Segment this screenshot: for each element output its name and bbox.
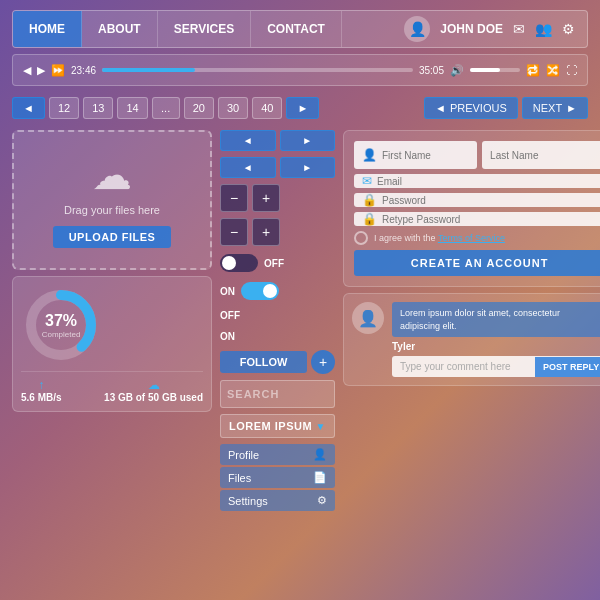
current-time: 23:46 bbox=[71, 65, 96, 76]
email-field: ✉ bbox=[354, 174, 600, 188]
terms-prefix: I agree with the bbox=[374, 233, 436, 243]
menu-profile-label: Profile bbox=[228, 449, 259, 461]
stats-main-row: 37% Completed bbox=[21, 285, 203, 365]
toggle-row-1: OFF bbox=[220, 254, 335, 272]
volume-bar[interactable] bbox=[470, 68, 520, 72]
next-btn-label[interactable]: NEXT ► bbox=[522, 97, 588, 119]
comment-section: 👤 Lorem ipsum dolor sit amet, consectetu… bbox=[343, 293, 600, 386]
password-input[interactable] bbox=[382, 195, 597, 206]
lock-icon: 🔒 bbox=[362, 193, 377, 207]
donut-percent: 37% bbox=[42, 312, 81, 330]
search-input[interactable] bbox=[221, 388, 335, 400]
shuffle-icon[interactable]: 🔀 bbox=[546, 64, 560, 77]
toggle-1[interactable] bbox=[220, 254, 258, 272]
comment-input[interactable] bbox=[392, 356, 535, 377]
terms-text: I agree with the Terms of Service bbox=[374, 233, 505, 243]
total-time: 35:05 bbox=[419, 65, 444, 76]
nav-home[interactable]: HOME bbox=[13, 11, 82, 47]
upload-button[interactable]: UPLOAD FILES bbox=[53, 226, 172, 248]
toggle-4-label: ON bbox=[220, 331, 235, 342]
repeat-icon[interactable]: 🔁 bbox=[526, 64, 540, 77]
page-40[interactable]: 40 bbox=[252, 97, 282, 119]
left-column: ☁ Drag your files here UPLOAD FILES 37% … bbox=[12, 130, 212, 511]
last-name-field bbox=[482, 141, 600, 169]
toggle-row-4: ON bbox=[220, 331, 335, 342]
nav-bar: HOME ABOUT SERVICES CONTACT 👤 JOHN DOE ✉… bbox=[12, 10, 588, 48]
minus-btn-2[interactable]: − bbox=[220, 218, 248, 246]
plus-btn-2[interactable]: + bbox=[252, 218, 280, 246]
retype-password-field: 🔒 bbox=[354, 212, 600, 226]
prev-btn-label[interactable]: ◄ PREVIOUS bbox=[424, 97, 518, 119]
settings-icon[interactable]: ⚙ bbox=[562, 21, 575, 37]
mail-icon[interactable]: ✉ bbox=[513, 21, 525, 37]
page-next-arrow[interactable]: ► bbox=[286, 97, 319, 119]
gear-icon: ⚙ bbox=[317, 494, 327, 507]
drag-text: Drag your files here bbox=[64, 204, 160, 216]
arrow-right-btn-2[interactable]: ► bbox=[280, 157, 336, 178]
arrow-right-btn[interactable]: ► bbox=[280, 130, 336, 151]
first-name-field: 👤 bbox=[354, 141, 477, 169]
users-icon[interactable]: 👥 bbox=[535, 21, 552, 37]
pm-row-1: − + bbox=[220, 184, 335, 212]
registration-form: 👤 ✉ 🔒 🔒 I agr bbox=[343, 130, 600, 287]
pagination-bar: ◄ 12 13 14 ... 20 30 40 ► ◄ PREVIOUS NEX… bbox=[12, 92, 588, 124]
toggle-2[interactable] bbox=[241, 282, 279, 300]
main-content: ☁ Drag your files here UPLOAD FILES 37% … bbox=[12, 130, 588, 511]
nav-about[interactable]: ABOUT bbox=[82, 11, 158, 47]
name-row: 👤 bbox=[354, 141, 600, 169]
user-icon: 👤 bbox=[362, 148, 377, 162]
next-label: NEXT bbox=[533, 102, 562, 114]
expand-icon[interactable]: ⛶ bbox=[566, 64, 577, 76]
page-13[interactable]: 13 bbox=[83, 97, 113, 119]
page-30[interactable]: 30 bbox=[218, 97, 248, 119]
menu-files-label: Files bbox=[228, 472, 251, 484]
add-follow-btn[interactable]: + bbox=[311, 350, 335, 374]
volume-icon[interactable]: 🔊 bbox=[450, 64, 464, 77]
middle-column: ◄ ► ◄ ► − + − + OFF ON OFF ON bbox=[220, 130, 335, 511]
files-icon: 📄 bbox=[313, 471, 327, 484]
play-btn[interactable]: ▶ bbox=[37, 64, 45, 77]
prev-btn[interactable]: ◀ bbox=[23, 64, 31, 77]
page-20[interactable]: 20 bbox=[184, 97, 214, 119]
seek-bar[interactable] bbox=[102, 68, 413, 72]
menu-item-settings[interactable]: Settings ⚙ bbox=[220, 490, 335, 511]
nav-services[interactable]: SERVICES bbox=[158, 11, 251, 47]
avatar: 👤 bbox=[404, 16, 430, 42]
follow-button[interactable]: FOLLOW bbox=[220, 351, 307, 373]
minus-btn-1[interactable]: − bbox=[220, 184, 248, 212]
toggle-2-label: ON bbox=[220, 286, 235, 297]
create-account-button[interactable]: CREATE AN ACCOUNT bbox=[354, 250, 600, 276]
last-name-input[interactable] bbox=[490, 150, 597, 161]
first-name-input[interactable] bbox=[382, 150, 469, 161]
donut-label: 37% Completed bbox=[42, 312, 81, 339]
page-prev-arrow[interactable]: ◄ bbox=[12, 97, 45, 119]
commenter-avatar: 👤 bbox=[352, 302, 384, 334]
page-14[interactable]: 14 bbox=[117, 97, 147, 119]
menu-item-profile[interactable]: Profile 👤 bbox=[220, 444, 335, 465]
pm-row-2: − + bbox=[220, 218, 335, 246]
terms-radio[interactable] bbox=[354, 231, 368, 245]
donut-sub: Completed bbox=[42, 330, 81, 339]
retype-password-input[interactable] bbox=[382, 214, 597, 225]
nav-right: 👤 JOHN DOE ✉ 👥 ⚙ bbox=[404, 16, 587, 42]
chevron-down-icon: ▼ bbox=[316, 421, 326, 432]
seek-fill bbox=[102, 68, 195, 72]
menu-item-files[interactable]: Files 📄 bbox=[220, 467, 335, 488]
fast-forward-btn[interactable]: ⏩ bbox=[51, 64, 65, 77]
page-dots: ... bbox=[152, 97, 180, 119]
terms-link[interactable]: Terms of Service bbox=[438, 233, 505, 243]
nav-contact[interactable]: CONTACT bbox=[251, 11, 342, 47]
stats-bottom-row: ↑ 5.6 MB/s ☁ 13 GB of 50 GB used bbox=[21, 371, 203, 403]
toggle-row-2: ON bbox=[220, 282, 335, 300]
page-12[interactable]: 12 bbox=[49, 97, 79, 119]
arrow-left-btn[interactable]: ◄ bbox=[220, 130, 276, 151]
upload-speed-item: ↑ 5.6 MB/s bbox=[21, 378, 62, 403]
follow-row: FOLLOW + bbox=[220, 350, 335, 374]
post-reply-button[interactable]: POST REPLY bbox=[535, 357, 600, 377]
dropdown-label: LOREM IPSUM bbox=[229, 420, 312, 432]
arrow-left-btn-2[interactable]: ◄ bbox=[220, 157, 276, 178]
email-input[interactable] bbox=[377, 176, 597, 187]
dropdown-button[interactable]: LOREM IPSUM ▼ bbox=[220, 414, 335, 438]
plus-btn-1[interactable]: + bbox=[252, 184, 280, 212]
upload-area[interactable]: ☁ Drag your files here UPLOAD FILES bbox=[12, 130, 212, 270]
